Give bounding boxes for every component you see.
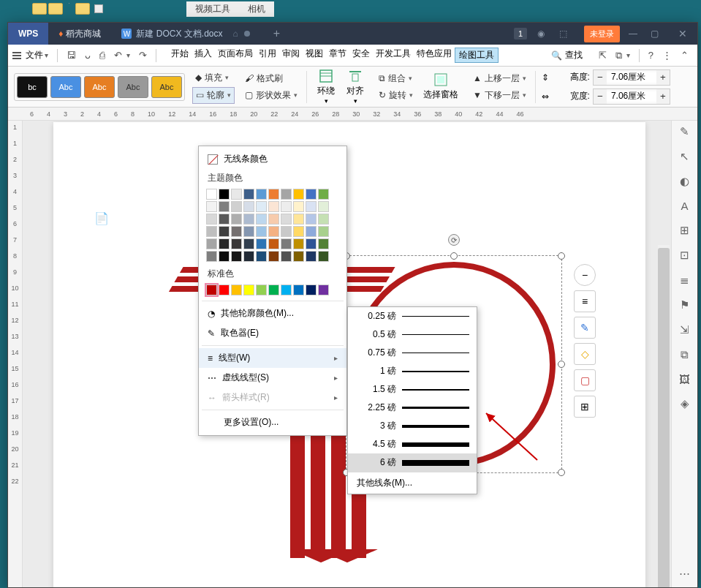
weight-option[interactable]: 0.5 磅 — [348, 325, 477, 344]
wrap-button[interactable]: 环绕▾ — [317, 69, 335, 105]
color-swatch[interactable] — [243, 251, 254, 262]
color-swatch[interactable] — [219, 238, 230, 249]
color-swatch[interactable] — [268, 251, 279, 262]
menu-start[interactable]: 开始 — [168, 48, 192, 63]
color-swatch[interactable] — [293, 201, 304, 212]
color-swatch[interactable] — [231, 189, 242, 200]
color-swatch[interactable] — [256, 226, 267, 237]
more-tool-button[interactable]: ⊞ — [574, 396, 596, 418]
grid-icon[interactable]: ⊡ — [680, 249, 689, 262]
desktop-tab[interactable]: 相机 — [248, 3, 265, 15]
outline-tool-button[interactable]: ▢ — [574, 369, 596, 391]
export-icon[interactable]: ⇲ — [680, 323, 689, 336]
color-swatch[interactable] — [306, 214, 317, 225]
weight-option-selected[interactable]: 6 磅 — [348, 453, 477, 472]
file-dropdown-icon[interactable]: ▾ — [45, 51, 48, 59]
color-swatch[interactable] — [281, 251, 292, 262]
menu-special[interactable]: 特色应用 — [414, 48, 455, 63]
menu-section[interactable]: 章节 — [326, 48, 349, 63]
color-swatch[interactable] — [293, 284, 304, 295]
color-swatch[interactable] — [268, 226, 279, 237]
more-settings-item[interactable]: 更多设置(O)... — [199, 412, 346, 432]
color-swatch[interactable] — [293, 214, 304, 225]
color-swatch[interactable] — [306, 238, 317, 249]
color-swatch[interactable] — [219, 251, 230, 262]
group-button[interactable]: ⧉组合▾ — [376, 71, 416, 86]
tab-add[interactable]: + — [260, 23, 293, 45]
save-icon[interactable]: 🖫 — [67, 50, 76, 61]
color-swatch[interactable] — [281, 214, 292, 225]
shape-effects-button[interactable]: ▢形状效果▾ — [242, 88, 300, 103]
color-swatch[interactable] — [318, 238, 329, 249]
weight-option[interactable]: 0.75 磅 — [348, 344, 477, 362]
weight-option[interactable]: 4.5 磅 — [348, 435, 477, 453]
height-spinner[interactable]: − + — [593, 69, 670, 86]
height-input[interactable] — [607, 72, 656, 83]
color-swatch[interactable] — [281, 284, 292, 295]
image-icon[interactable]: 🖼 — [679, 373, 690, 385]
width-input[interactable] — [607, 91, 656, 102]
rotate-button[interactable]: ↻旋转▾ — [376, 88, 416, 103]
menu-references[interactable]: 引用 — [256, 48, 279, 63]
color-swatch[interactable] — [256, 251, 267, 262]
resize-handle[interactable] — [558, 252, 565, 260]
color-swatch[interactable] — [293, 251, 304, 262]
color-swatch[interactable] — [219, 214, 230, 225]
no-line-item[interactable]: 无线条颜色 — [199, 149, 346, 169]
shield-icon[interactable]: ◈ — [681, 397, 689, 410]
pencil-icon[interactable]: ✎ — [680, 125, 689, 138]
color-swatch[interactable] — [243, 201, 254, 212]
minimize-button[interactable]: — — [629, 29, 642, 39]
color-swatch[interactable] — [256, 214, 267, 225]
decrease-button[interactable]: − — [594, 89, 607, 104]
file-menu[interactable]: 文件 — [26, 49, 43, 61]
send-backward-button[interactable]: ▼下移一层▾ — [470, 88, 529, 103]
eyedropper-item[interactable]: ✎取色器(E) — [199, 323, 346, 343]
width-spinner[interactable]: − + — [593, 88, 670, 105]
color-swatch[interactable] — [318, 251, 329, 262]
chain-icon[interactable]: ⧉ — [681, 348, 689, 361]
help-icon[interactable]: ? — [648, 50, 653, 61]
login-button[interactable]: 未登录 — [584, 26, 620, 42]
selection-pane-button[interactable]: 选择窗格 — [423, 72, 458, 101]
color-swatch[interactable] — [243, 284, 254, 295]
search-box[interactable]: 🔍查找 — [551, 49, 583, 61]
menu-pagelayout[interactable]: 页面布局 — [215, 48, 256, 63]
color-swatch[interactable] — [306, 251, 317, 262]
color-swatch[interactable] — [268, 189, 279, 200]
bookmark-icon[interactable]: ⚑ — [680, 298, 689, 312]
color-swatch[interactable] — [231, 284, 242, 295]
style-swatch[interactable]: Abc — [50, 76, 81, 98]
layout-tool-button[interactable]: ≡ — [574, 290, 596, 312]
desktop-tab[interactable]: 视频工具 — [195, 3, 230, 15]
color-swatch[interactable] — [268, 284, 279, 295]
color-swatch[interactable] — [219, 284, 230, 295]
color-swatch[interactable] — [318, 226, 329, 237]
text-icon[interactable]: A — [681, 200, 688, 212]
cloud-icon[interactable]: ◉ — [537, 29, 550, 39]
more-icon[interactable]: ⋯ — [679, 567, 690, 580]
outline-button[interactable]: ▭轮廓▾ — [192, 87, 235, 104]
shape-styles[interactable]: bc Abc Abc Abc Abc — [14, 73, 185, 101]
color-swatch[interactable] — [219, 201, 230, 212]
more-colors-item[interactable]: ◔其他轮廓颜色(M)... — [199, 304, 346, 323]
color-swatch[interactable] — [281, 189, 292, 200]
weight-item[interactable]: ≡线型(W)▸ — [199, 348, 346, 368]
color-swatch[interactable] — [231, 238, 242, 249]
bring-forward-button[interactable]: ▲上移一层▾ — [470, 71, 529, 86]
popout-icon[interactable]: ⧉ — [615, 50, 622, 61]
redo-icon[interactable]: ↷ — [139, 50, 147, 61]
color-swatch[interactable] — [206, 189, 217, 200]
tab-document[interactable]: W 新建 DOCX 文档.docx ⌂ — [111, 23, 259, 45]
color-swatch[interactable] — [306, 201, 317, 212]
color-swatch[interactable] — [231, 201, 242, 212]
undo-dropdown[interactable]: ▾ — [126, 51, 130, 59]
tab-wps[interactable]: WPS — [8, 23, 48, 45]
resize-handle[interactable] — [450, 252, 458, 260]
weight-option[interactable]: 3 磅 — [348, 417, 477, 435]
weight-option[interactable]: 1.5 磅 — [348, 380, 477, 399]
color-swatch[interactable] — [243, 226, 254, 237]
color-swatch[interactable] — [293, 189, 304, 200]
weight-option[interactable]: 2.25 磅 — [348, 399, 477, 417]
color-swatch[interactable] — [231, 214, 242, 225]
